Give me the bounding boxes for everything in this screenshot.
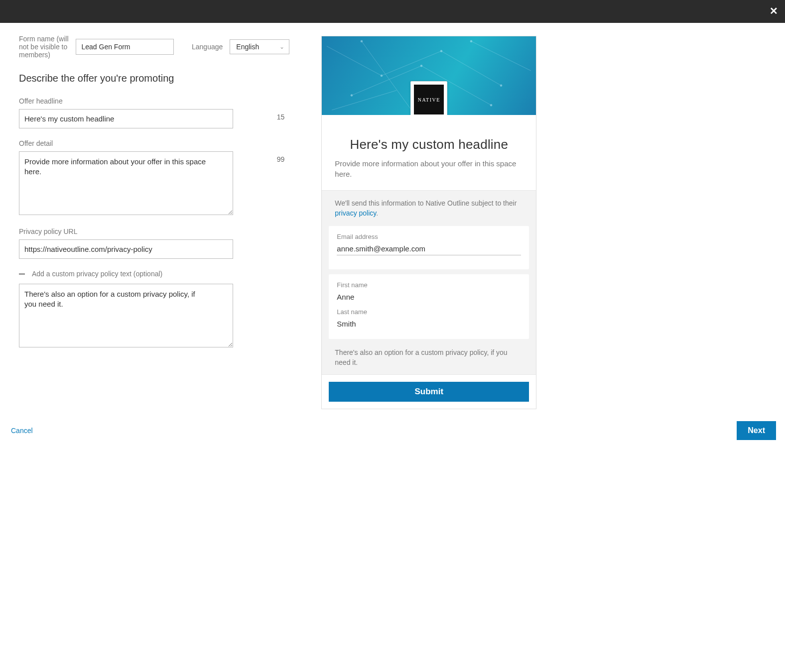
top-bar: ✕	[0, 0, 785, 23]
custom-privacy-input[interactable]	[19, 284, 233, 347]
firstname-label: First name	[337, 281, 521, 289]
form-name-label: Form name (will not be visible to member…	[19, 35, 69, 59]
email-label: Email address	[337, 233, 521, 240]
language-select[interactable]: English	[230, 39, 289, 54]
minus-icon	[19, 273, 25, 275]
language-label: Language	[192, 43, 223, 51]
custom-privacy-label: Add a custom privacy policy text (option…	[32, 270, 162, 278]
privacy-notice-text: We'll send this information to Native Ou…	[335, 199, 517, 207]
section-title: Describe the offer you're promoting	[19, 73, 289, 84]
svg-point-9	[440, 50, 442, 52]
preview-headline: Here's my custom headline	[335, 137, 523, 152]
detail-charcount: 99	[277, 155, 285, 163]
company-logo: NATIVE	[410, 81, 447, 115]
privacy-url-input[interactable]	[19, 239, 233, 259]
form-preview: NATIVE Here's my custom headline Provide…	[321, 35, 536, 409]
custom-policy-text: There's also an option for a custom priv…	[322, 344, 536, 374]
email-field[interactable]: anne.smith@example.com	[337, 242, 521, 255]
svg-point-10	[500, 85, 502, 87]
preview-detail: Provide more information about your offe…	[335, 158, 523, 179]
submit-button[interactable]: Submit	[329, 382, 529, 402]
cancel-button[interactable]: Cancel	[11, 427, 33, 435]
offer-headline-label: Offer headline	[19, 97, 289, 105]
privacy-notice-suffix: .	[376, 209, 378, 217]
form-name-input[interactable]	[76, 39, 174, 55]
offer-detail-input[interactable]	[19, 151, 233, 215]
privacy-url-label: Privacy policy URL	[19, 227, 289, 235]
custom-privacy-toggle[interactable]: Add a custom privacy policy text (option…	[19, 270, 289, 278]
svg-line-7	[332, 91, 396, 111]
headline-charcount: 15	[277, 113, 285, 121]
lastname-label: Last name	[337, 308, 521, 316]
offer-headline-input[interactable]	[19, 109, 233, 128]
form-editor: Form name (will not be visible to member…	[19, 35, 289, 409]
svg-point-14	[361, 40, 363, 42]
privacy-notice: We'll send this information to Native Ou…	[322, 191, 536, 221]
company-logo-text: NATIVE	[414, 85, 444, 114]
svg-point-13	[490, 104, 492, 106]
lastname-field[interactable]: Smith	[337, 318, 521, 330]
svg-point-11	[351, 95, 353, 97]
svg-point-16	[470, 40, 472, 42]
svg-point-8	[381, 75, 383, 77]
svg-line-5	[362, 41, 411, 110]
preview-banner: NATIVE	[322, 36, 536, 115]
svg-line-0	[327, 46, 382, 76]
svg-line-2	[441, 51, 501, 86]
firstname-field[interactable]: Anne	[337, 291, 521, 303]
next-button[interactable]: Next	[737, 421, 776, 440]
offer-detail-label: Offer detail	[19, 139, 289, 147]
close-icon[interactable]: ✕	[770, 5, 778, 17]
svg-point-12	[420, 65, 422, 67]
privacy-policy-link[interactable]: privacy policy	[335, 209, 376, 217]
svg-line-6	[471, 41, 531, 71]
